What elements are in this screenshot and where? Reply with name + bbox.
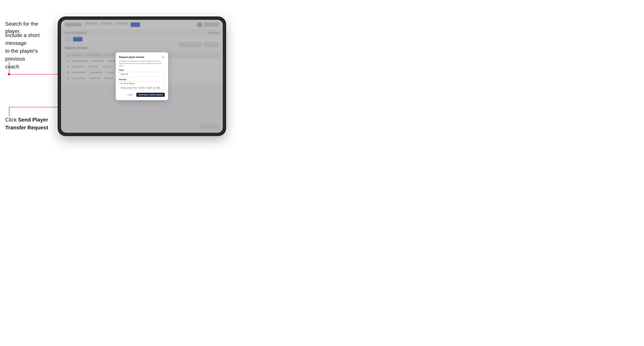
tablet-device: Update Roster bbox=[58, 16, 226, 136]
player-field-label: Player bbox=[119, 69, 165, 71]
modal-close-button[interactable]: ✕ bbox=[162, 56, 165, 59]
message-textarea[interactable]: Hi Coach McHarg, Please accept this tran… bbox=[119, 81, 165, 90]
tablet-outer: Update Roster bbox=[58, 16, 226, 136]
message-field-label: Message bbox=[119, 78, 165, 80]
tablet-inner: Update Roster bbox=[61, 20, 223, 133]
player-input[interactable] bbox=[119, 72, 165, 77]
send-player-transfer-request-button[interactable]: Send Player Transfer Request bbox=[136, 93, 165, 97]
modal-header: Request player transfer ✕ bbox=[119, 56, 165, 59]
modal-overlay: Request player transfer ✕ If the player … bbox=[61, 20, 223, 133]
cancel-button[interactable]: Cancel bbox=[125, 93, 135, 97]
annotation-dot-h1 bbox=[8, 73, 10, 75]
transfer-request-modal: Request player transfer ✕ If the player … bbox=[116, 52, 168, 100]
modal-title: Request player transfer bbox=[119, 56, 144, 58]
modal-description: If the player is transferring from anoth… bbox=[119, 60, 165, 67]
annotation-step3: Click Send Player Transfer Request bbox=[5, 116, 54, 132]
annotation-line-v2 bbox=[9, 107, 9, 117]
annotation-step2: Include a short message to the player's … bbox=[5, 31, 54, 71]
modal-actions: Cancel Send Player Transfer Request bbox=[119, 93, 165, 97]
annotation-line-v1 bbox=[9, 62, 9, 74]
